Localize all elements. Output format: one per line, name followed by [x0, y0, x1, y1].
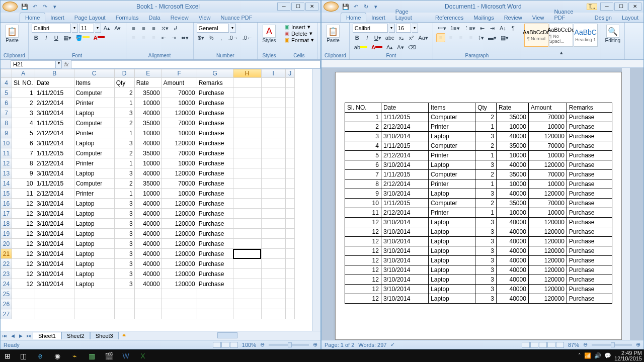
font-color-button[interactable]: A	[92, 33, 106, 42]
format-cells-icon[interactable]: ▣	[284, 37, 289, 43]
zoom-slider[interactable]	[592, 344, 632, 346]
word-ruler[interactable]	[321, 60, 643, 68]
align-right-icon[interactable]: ≡	[456, 33, 465, 42]
align-right-icon[interactable]: ≡	[149, 33, 158, 42]
full-screen-icon[interactable]	[530, 342, 538, 348]
col-header-E[interactable]: E	[134, 69, 162, 78]
style--normal[interactable]: AaBbCcDc¶ Normal	[524, 24, 548, 47]
tab-layout[interactable]: Layout	[617, 13, 643, 22]
sheet-nav-last[interactable]: ⏭	[25, 333, 33, 338]
web-layout-icon[interactable]	[539, 342, 547, 348]
tab-mailings[interactable]: Mailings	[468, 13, 499, 22]
row-header-8[interactable]: 8	[1, 118, 12, 128]
tab-nuance-pdf[interactable]: Nuance PDF	[215, 13, 257, 22]
row-header-10[interactable]: 10	[1, 138, 12, 148]
outline-icon[interactable]	[547, 342, 555, 348]
row-header-18[interactable]: 18	[1, 219, 12, 229]
col-header-C[interactable]: C	[74, 69, 114, 78]
row-header-12[interactable]: 12	[1, 158, 12, 168]
row-header-7[interactable]: 7	[1, 108, 12, 118]
increase-indent-icon[interactable]: ⇥	[488, 24, 497, 33]
currency-icon[interactable]: $▾	[197, 33, 206, 42]
excel-taskbar-icon[interactable]: X	[136, 350, 150, 361]
office-button-word[interactable]	[324, 2, 339, 12]
excel-titlebar[interactable]: 💾 ↶ ↷ ▾ Book1 - Microsoft Excel ─ ☐ ✕	[1, 1, 320, 13]
bullets-icon[interactable]: ≔▾	[436, 24, 448, 33]
align-middle-icon[interactable]: ≡	[139, 24, 148, 33]
close-button[interactable]: ✕	[305, 3, 318, 11]
worksheet-grid[interactable]: ABCDEFGHIJ4Sl. NO.DateItemsQtyRateAmount…	[1, 69, 295, 319]
styles-gallery[interactable]: AaBbCcDc¶ NormalAaBbCcDc¶ No Spaci...AaB…	[524, 24, 598, 47]
font-name-combo[interactable]	[353, 24, 388, 33]
word-table[interactable]: Sl. NO.DateItemsQtyRateAmountRemarks11/1…	[345, 103, 612, 304]
notifications-icon[interactable]: 💬	[604, 352, 611, 359]
zoom-slider[interactable]	[269, 344, 309, 346]
numbering-icon[interactable]: 1≡▾	[449, 24, 461, 33]
row-header-5[interactable]: 5	[1, 88, 12, 98]
close-button[interactable]: ✕	[628, 3, 641, 11]
underline-button[interactable]: U	[52, 33, 61, 42]
strikethrough-button[interactable]: abc	[384, 33, 396, 42]
align-left-icon[interactable]: ≡	[436, 33, 445, 42]
app-icon-2[interactable]: ▥	[85, 350, 99, 361]
underline-button[interactable]: U▾	[373, 33, 383, 42]
subscript-button[interactable]: x₂	[397, 33, 406, 42]
redo-icon[interactable]: ↷	[41, 3, 49, 11]
sheet-nav-next[interactable]: ▶	[17, 333, 25, 338]
shrink-font-icon[interactable]: A▾	[113, 24, 122, 33]
row-header-20[interactable]: 20	[1, 239, 12, 249]
italic-button[interactable]: I	[363, 33, 372, 42]
col-header-G[interactable]: G	[197, 69, 233, 78]
comma-icon[interactable]: ,	[217, 33, 226, 42]
tab-page-layout[interactable]: Page Layout	[390, 7, 430, 22]
qat-more-icon[interactable]: ▾	[51, 3, 59, 11]
chrome-icon[interactable]: ◉	[50, 350, 64, 361]
row-header-14[interactable]: 14	[1, 178, 12, 189]
save-icon[interactable]: 💾	[21, 3, 29, 11]
border-button[interactable]: ▦▾	[62, 33, 73, 42]
row-header-22[interactable]: 22	[1, 259, 12, 269]
increase-decimal-icon[interactable]: .0→	[227, 33, 240, 42]
col-header-D[interactable]: D	[114, 69, 134, 78]
office-button-excel[interactable]	[3, 2, 18, 12]
maximize-button[interactable]: ☐	[614, 3, 627, 11]
tab-home[interactable]: Home	[341, 13, 366, 22]
align-top-icon[interactable]: ≡	[129, 24, 138, 33]
decrease-decimal-icon[interactable]: .0←	[241, 33, 254, 42]
start-button[interactable]: ⊞	[2, 350, 13, 361]
borders-icon[interactable]: ▦▾	[499, 33, 510, 42]
orientation-icon[interactable]: ⤮▾	[159, 24, 170, 33]
pagelayout-view-icon[interactable]	[221, 342, 229, 348]
save-icon[interactable]: 💾	[342, 3, 350, 11]
row-header-24[interactable]: 24	[1, 279, 12, 289]
zoom-level[interactable]: 87%	[568, 342, 579, 348]
draft-icon[interactable]	[556, 342, 564, 348]
row-header-21[interactable]: 21	[1, 249, 12, 259]
sheet-nav-prev[interactable]: ◀	[9, 333, 17, 338]
decrease-indent-icon[interactable]: ⇤	[478, 24, 487, 33]
undo-icon[interactable]: ↶	[31, 3, 39, 11]
clear-formatting-icon[interactable]: ⌫	[407, 43, 418, 52]
status-page[interactable]: Page: 1 of 2	[325, 342, 354, 348]
paste-button[interactable]: 📋Paste	[4, 24, 21, 43]
col-header-I[interactable]: I	[261, 69, 285, 78]
row-header-11[interactable]: 11	[1, 148, 12, 158]
sort-icon[interactable]: A↓	[498, 24, 508, 33]
volume-icon[interactable]: 🔊	[594, 352, 601, 359]
font-color-button[interactable]: A	[370, 43, 384, 52]
increase-indent-icon[interactable]: ⇥	[170, 33, 179, 42]
font-size-combo[interactable]	[79, 24, 94, 33]
font-size-combo[interactable]	[396, 24, 411, 33]
superscript-button[interactable]: x²	[407, 33, 416, 42]
align-center-icon[interactable]: ≡	[139, 33, 148, 42]
minimize-button[interactable]: ─	[277, 3, 290, 11]
row-header-4[interactable]: 4	[1, 78, 12, 88]
tab-page-layout[interactable]: Page Layout	[69, 13, 111, 22]
style-heading-1[interactable]: AaBbCHeading 1	[574, 24, 598, 47]
tab-references[interactable]: References	[430, 13, 468, 22]
row-header-27[interactable]: 27	[1, 309, 12, 319]
shading-icon[interactable]: ▬▾	[487, 33, 498, 42]
spellcheck-icon[interactable]: ✓	[390, 341, 395, 348]
network-icon[interactable]: 📶	[584, 352, 591, 359]
app-icon-3[interactable]: 🎬	[102, 350, 116, 361]
